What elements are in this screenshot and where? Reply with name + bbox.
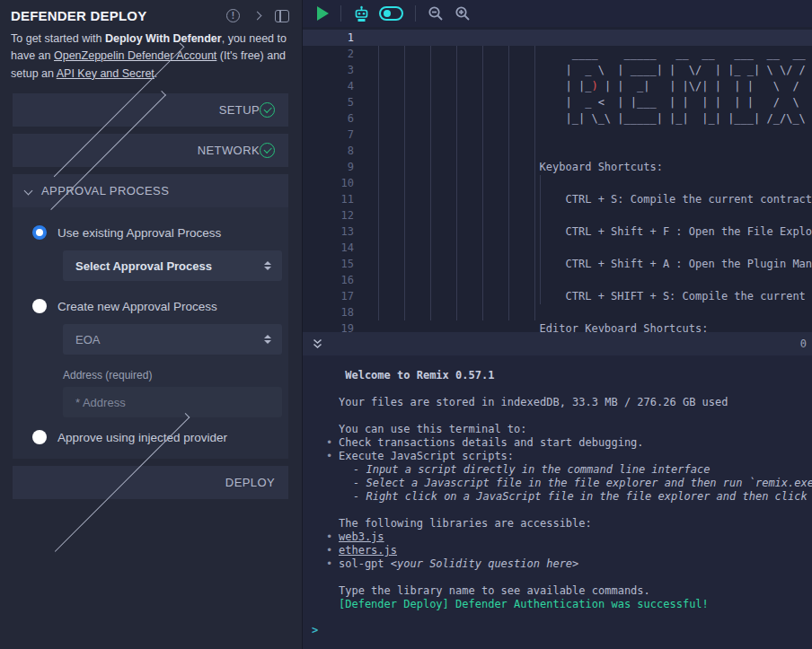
code-line: | |_) | | _| | |\/| | | | \ / [377,78,812,94]
select-value: EOA [75,333,100,346]
line-number[interactable]: 14 [303,240,354,256]
radio-injected-provider[interactable] [32,430,47,444]
approval-type-select[interactable]: EOA [63,324,282,355]
line-number[interactable]: 9 [303,159,354,175]
code-line [377,272,812,288]
line-number[interactable]: 16 [303,272,354,288]
intro-bold: Deploy With Defender [105,32,222,45]
code-line [377,207,812,224]
line-number[interactable]: 12 [303,207,354,224]
terminal-line: Check transactions details and start deb… [339,436,812,450]
address-label: Address (required) [63,369,270,382]
editor-code[interactable]: ____ _____ __ __ ___ __ __ | _ \ | ____|… [377,27,812,332]
editor-gutter[interactable]: 12345678910111213141516171819 [303,27,377,332]
defender-deploy-panel: DEFENDER DEPLOY ! To get started with De… [0,0,303,649]
section-network[interactable]: NETWORK [13,134,288,167]
line-number[interactable]: 7 [303,127,354,143]
intro-text: To get started with [11,32,105,45]
line-number[interactable]: 1 [303,30,354,46]
radio-label: Use existing Approval Process [57,226,221,240]
toolbar-divider [340,5,341,22]
code-line: CTRL + Shift + F : Open the File Explore… [377,224,812,240]
collapse-terminal-icon[interactable] [312,338,323,350]
line-number[interactable]: 11 [303,191,354,207]
address-input[interactable] [63,387,282,417]
line-number[interactable]: 4 [303,78,354,94]
zoom-in-icon[interactable] [455,5,471,22]
terminal-prompt[interactable]: > [312,624,812,637]
check-circle-icon [260,143,275,158]
terminal-line: You can use this terminal to: [339,423,812,436]
split-panel-icon[interactable] [275,10,289,22]
code-line: CTRL + Shift + A : Open the Plugin Manag… [377,256,812,272]
code-line [377,30,812,46]
terminal-line: - Input a script directly in the command… [353,463,812,477]
line-number[interactable]: 17 [303,288,354,304]
radio-create-new[interactable] [32,299,47,313]
terminal-line: ethers.js [339,544,812,557]
line-number[interactable]: 6 [303,110,354,127]
terminal-line: [Defender Deploy] Defender Authenticatio… [339,598,812,611]
line-number[interactable]: 2 [303,46,354,62]
chevron-right-icon[interactable] [253,12,262,21]
defender-account-link[interactable]: OpenZeppelin Defender Account [54,49,216,62]
editor-toolbar [303,0,812,27]
code-line: CTRL + SHIFT + S: Compile the current co… [377,288,812,304]
ai-assistant-robot-icon[interactable] [353,5,370,22]
terminal-line: sol-gpt <your Solidity question here> [339,557,812,571]
code-line [377,127,812,143]
terminal-line [339,409,812,423]
line-number[interactable]: 15 [303,256,354,272]
terminal-link[interactable]: ethers.js [339,544,397,557]
code-editor[interactable]: 12345678910111213141516171819 ____ _____… [303,27,812,332]
panel-intro-text: To get started with Deploy With Defender… [0,27,302,93]
terminal-line: - Select a Javascript file in the file e… [353,477,812,490]
terminal-line: Type the library name to see available c… [339,584,812,598]
section-deploy[interactable]: DEPLOY [13,466,288,499]
code-line [377,240,812,256]
line-number[interactable]: 10 [303,175,354,191]
code-line: |_| \_\ |_____| |_| |_| |___| /_/\_\ [377,110,812,127]
line-number[interactable]: 19 [303,320,354,332]
code-line: Keyboard Shortcuts: [377,159,812,175]
code-line [377,304,812,320]
select-value: Select Approval Process [75,259,212,273]
run-script-button[interactable] [317,6,329,21]
approval-process-select[interactable]: Select Approval Process [63,250,282,281]
transaction-count-badge[interactable]: 0 [800,338,807,350]
ai-copilot-toggle[interactable] [379,6,403,21]
code-line: CTRL + S: Compile the current contract [377,191,812,207]
line-number[interactable]: 13 [303,224,354,240]
info-icon[interactable]: ! [226,9,240,22]
code-line: | _ \ | ____| | \/ | |_ _| \ \/ / [377,62,812,78]
terminal-line [339,382,812,396]
code-line [377,175,812,191]
panel-title: DEFENDER DEPLOY [11,8,146,23]
section-label: SETUP [219,103,260,117]
code-line: Editor Keyboard Shortcuts: [377,320,812,332]
terminal[interactable]: Welcome to Remix 0.57.1Your files are st… [303,355,812,649]
sort-arrows-icon [264,335,271,344]
terminal-line: web3.js [339,531,812,544]
terminal-bar: 0 [303,332,812,355]
line-number[interactable]: 18 [303,304,354,320]
code-line: ____ _____ __ __ ___ __ __ [377,46,812,62]
line-number[interactable]: 8 [303,143,354,159]
terminal-line: Execute JavaScript scripts: [339,450,812,463]
radio-label: Approve using injected provider [57,431,227,444]
check-circle-icon [260,102,275,118]
terminal-output: Welcome to Remix 0.57.1Your files are st… [339,369,812,611]
radio-use-existing[interactable] [32,225,47,240]
terminal-line [339,571,812,584]
terminal-link[interactable]: web3.js [339,531,384,543]
section-label: DEPLOY [225,476,275,489]
toolbar-divider [415,5,416,22]
code-line: | _ < | |___ | | | | | | / \ [377,94,812,110]
terminal-line: Your files are stored in indexedDB, 33.3… [339,396,812,409]
api-key-link[interactable]: API Key and Secret [57,67,154,80]
line-number[interactable]: 3 [303,62,354,78]
terminal-line: The following libraries are accessible: [339,517,812,531]
radio-label: Create new Approval Process [57,300,217,313]
zoom-out-icon[interactable] [428,5,444,22]
line-number[interactable]: 5 [303,94,354,110]
